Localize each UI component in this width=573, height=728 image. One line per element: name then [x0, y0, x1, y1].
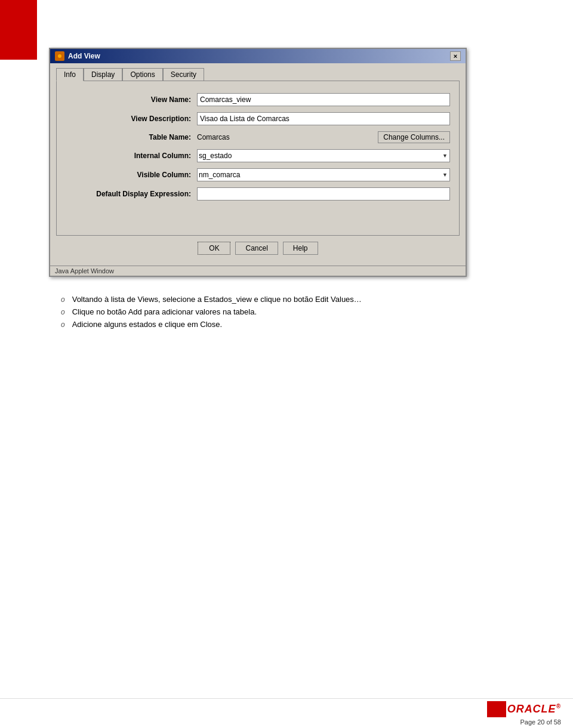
default-display-label: Default Display Expression: — [66, 190, 197, 198]
oracle-logo: ORACLE® — [487, 701, 561, 717]
form-row-visible-col: Visible Column: nm_comarca — [66, 168, 450, 181]
internal-col-select[interactable]: sg_estado — [197, 149, 450, 162]
list-item: o Voltando à lista de Views, selecione a… — [61, 295, 561, 304]
svg-rect-2 — [491, 702, 503, 714]
default-display-control — [197, 187, 450, 200]
dialog-close-button[interactable]: × — [450, 51, 461, 61]
dialog-footer: OK Cancel Help — [56, 236, 460, 260]
bullet-list: o Voltando à lista de Views, selecione a… — [61, 295, 561, 329]
cancel-button[interactable]: Cancel — [235, 242, 278, 255]
oracle-box-icon — [491, 702, 503, 714]
default-display-input[interactable] — [197, 187, 450, 200]
oracle-brand-text: ORACLE® — [507, 703, 561, 715]
visible-col-select[interactable]: nm_comarca — [197, 168, 450, 181]
bullet-text-2: Clique no botão Add para adicionar valor… — [72, 307, 257, 316]
change-columns-button[interactable]: Change Columns... — [378, 131, 450, 143]
table-name-control: Comarcas Change Columns... — [197, 131, 450, 143]
internal-col-select-wrapper: sg_estado — [197, 149, 450, 162]
visible-col-control: nm_comarca — [197, 168, 450, 181]
table-name-label: Table Name: — [66, 133, 197, 141]
list-item: o Adicione alguns estados e clique em Cl… — [61, 320, 561, 329]
table-name-value: Comarcas — [197, 133, 373, 141]
page-footer: ORACLE® Page 20 of 58 — [0, 698, 573, 728]
tab-info[interactable]: Info — [56, 68, 84, 81]
bullet-text-3: Adicione alguns estados e clique em Clos… — [72, 320, 222, 329]
view-name-label: View Name: — [66, 95, 197, 104]
bullet-text-1: Voltando à lista de Views, selecione a E… — [72, 295, 362, 304]
svg-point-1 — [58, 54, 61, 58]
oracle-red-box — [487, 701, 506, 717]
tab-security[interactable]: Security — [163, 68, 204, 81]
tab-display[interactable]: Display — [84, 68, 122, 81]
page-number: Page 20 of 58 — [520, 718, 561, 726]
dialog-statusbar: Java Applet Window — [50, 266, 466, 276]
view-name-input[interactable] — [197, 93, 450, 106]
form-row-view-desc: View Description: — [66, 112, 450, 125]
tab-content-info: View Name: View Description: Table Name: — [56, 81, 460, 236]
view-desc-input[interactable] — [197, 112, 450, 125]
form-row-internal-col: Internal Column: sg_estado — [66, 149, 450, 162]
red-bar-decoration — [0, 0, 37, 60]
tab-bar: Info Display Options Security — [56, 68, 460, 81]
bullet-marker-3: o — [61, 320, 65, 329]
bullet-marker-1: o — [61, 295, 65, 304]
internal-col-label: Internal Column: — [66, 152, 197, 160]
help-button[interactable]: Help — [283, 242, 318, 255]
tab-options[interactable]: Options — [122, 68, 162, 81]
form-row-default-display: Default Display Expression: — [66, 187, 450, 200]
view-desc-control — [197, 112, 450, 125]
add-view-dialog: Add View × Info Display Options Security — [49, 48, 467, 277]
dialog-title: Add View — [68, 52, 100, 60]
dialog-titlebar: Add View × — [50, 49, 466, 63]
view-name-control — [197, 93, 450, 106]
visible-col-select-wrapper: nm_comarca — [197, 168, 450, 181]
form-row-table-name: Table Name: Comarcas Change Columns... — [66, 131, 450, 143]
ok-button[interactable]: OK — [198, 242, 230, 255]
table-name-row: Comarcas Change Columns... — [197, 131, 450, 143]
dialog-body: Info Display Options Security View Name: — [50, 63, 466, 266]
dialog-app-icon — [55, 51, 64, 61]
view-desc-label: View Description: — [66, 115, 197, 123]
internal-col-control: sg_estado — [197, 149, 450, 162]
footer-right: ORACLE® Page 20 of 58 — [487, 701, 561, 726]
list-item: o Clique no botão Add para adicionar val… — [61, 307, 561, 316]
page-content: Add View × Info Display Options Security — [37, 42, 573, 338]
visible-col-label: Visible Column: — [66, 171, 197, 179]
titlebar-left: Add View — [55, 51, 100, 61]
bullet-marker-2: o — [61, 308, 65, 316]
form-row-view-name: View Name: — [66, 93, 450, 106]
